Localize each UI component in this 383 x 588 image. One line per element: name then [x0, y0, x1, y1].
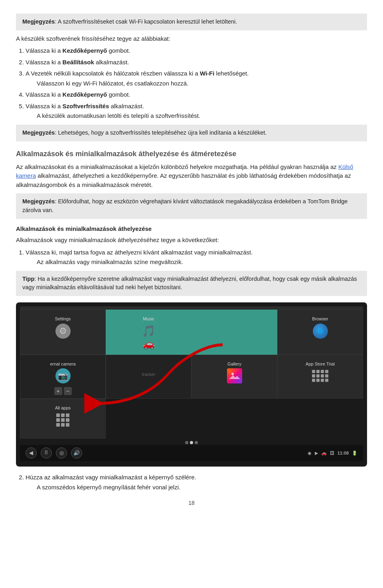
camera-btn[interactable]: ◎ — [56, 447, 67, 459]
camera-icon: 📷 — [54, 367, 72, 385]
car-nav-icon: 🚗 — [321, 450, 327, 457]
allapps-label: All apps — [55, 405, 71, 411]
tip-box: Tipp: Ha a kezdőképernyőre szeretne alka… — [16, 271, 367, 296]
music-label: Music — [143, 316, 154, 322]
move-step1-sub: Az alkalmazás vagy minialkalmazás színe … — [37, 258, 367, 267]
app-grid: Settings ⚙ Music 🎵 🚗 Browser — [20, 310, 363, 439]
note-reboot: Megjegyzés: Lehetséges, hogy a szoftverf… — [16, 125, 367, 141]
volume-btn[interactable]: 🔊 — [71, 447, 82, 459]
img-icon: 🖼 — [330, 450, 334, 457]
note-bold-3: Megjegyzés — [22, 198, 55, 205]
nav-icon: ▶ — [315, 450, 318, 457]
move-steps-list: Válassza ki, majd tartsa fogva az áthely… — [16, 248, 367, 267]
section2-title: Alkalmazások és minialkalmazások áthelye… — [16, 224, 367, 234]
note-locked: Megjegyzés: Előfordulhat, hogy az eszköz… — [16, 193, 367, 219]
svg-point-1 — [231, 373, 234, 375]
app-cell-camera[interactable]: ernal camera 📷 + − — [20, 355, 106, 399]
app-cell-music[interactable]: Music 🎵 🚗 — [106, 310, 192, 355]
time-display: 11:08 — [338, 450, 349, 457]
plus-minus-controls: + − — [54, 387, 72, 395]
tip-text: : Ha a kezdőképernyőre szeretne alkalmaz… — [22, 276, 357, 291]
step-1: Válassza ki a Kezdőképernyő gombot. — [26, 46, 367, 56]
step-3-sub: Válasszon ki egy Wi-Fi hálózatot, és csa… — [37, 79, 367, 88]
allapps-icon — [54, 411, 72, 429]
browser-icon: 🌐 — [312, 322, 329, 340]
back-btn[interactable]: ◀ — [26, 447, 37, 459]
car-icon: 🚗 — [143, 337, 155, 351]
section2-intro: Alkalmazások vagy minialkalmazások áthel… — [16, 236, 367, 245]
intro-text: A készülék szoftverének frissítéséhez te… — [16, 34, 367, 44]
controls-right: ◉ ▶ 🚗 🖼 11:08 🔋 — [308, 450, 357, 457]
device-controls: ◀ ⠿ ◎ 🔊 ◉ ▶ 🚗 🖼 11:08 🔋 — [20, 445, 363, 461]
note-text-2: : Lehetséges, hogy a szoftverfrissítés t… — [55, 129, 267, 136]
move-step-1: Válassza ki, majd tartsa fogva az áthely… — [26, 248, 367, 267]
move-steps-list-2: Húzza az alkalmazást vagy minialkalmazás… — [16, 473, 367, 492]
svg-rect-0 — [229, 370, 240, 381]
app-cell-gallery[interactable]: Gallery — [192, 355, 277, 399]
section1-title: Alkalmazások és minialkalmazások áthelye… — [16, 149, 367, 159]
settings-label: Settings — [55, 316, 71, 322]
device-topbar — [20, 306, 363, 310]
step-3: A Vezeték nélküli kapcsolatok és hálózat… — [26, 69, 367, 88]
app-cell-browser[interactable]: Browser 🌐 — [277, 310, 363, 355]
move-step1-main: Válassza ki, majd tartsa fogva az áthely… — [26, 249, 253, 256]
page-dots — [20, 441, 363, 444]
home-btn[interactable]: ⠿ — [41, 447, 52, 459]
plus-btn[interactable]: + — [54, 387, 62, 395]
gallery-icon — [226, 367, 243, 385]
note-bold-2: Megjegyzés — [22, 129, 55, 136]
note-bold-1: Megjegyzés — [22, 18, 55, 25]
step-4: Válassza ki a Kezdőképernyő gombot. — [26, 90, 367, 99]
step-5: Válassza ki a Szoftverfrissítés alkalmaz… — [26, 102, 367, 121]
step-2: Válassza ki a Beállítások alkalmazást. — [26, 58, 367, 67]
camera-sub-label: ernal camera — [50, 361, 75, 368]
appstore-icon — [312, 367, 329, 385]
controls-left: ◀ ⠿ ◎ 🔊 — [26, 447, 82, 459]
page-number: 18 — [16, 499, 367, 507]
page-dot-1 — [185, 441, 188, 444]
settings-icon: ⚙ — [54, 322, 72, 340]
app-cell-appstore[interactable]: App Store Trial — [277, 355, 363, 399]
grid-container: Settings ⚙ Music 🎵 🚗 Browser — [20, 310, 363, 439]
note-text-1: : A szoftverfrissítéseket csak Wi-Fi kap… — [55, 18, 237, 25]
note-wifi: Megjegyzés: A szoftverfrissítéseket csak… — [16, 14, 367, 30]
app-cell-allapps[interactable]: All apps — [20, 399, 106, 439]
app-cell-settings[interactable]: Settings ⚙ — [20, 310, 106, 355]
minus-btn[interactable]: − — [64, 387, 72, 395]
gps-icon: ◉ — [308, 450, 312, 457]
battery-icon: 🔋 — [352, 450, 357, 457]
page-dot-2 — [190, 441, 193, 444]
app-cell-empty1 — [192, 310, 277, 355]
tip-bold: Tipp — [22, 276, 34, 282]
external-camera-link[interactable]: Külső kamera — [16, 163, 353, 179]
section1-para: Az alkalmazásokat és a minialkalmazásoka… — [16, 163, 367, 190]
appstore-label: App Store Trial — [306, 361, 335, 368]
note-text-3: : Előfordulhat, hogy az eszközön végreha… — [22, 198, 347, 213]
app-cell-empty2: tracker — [106, 355, 192, 399]
gallery-label: Gallery — [227, 361, 241, 368]
tracker-label: tracker — [142, 371, 156, 378]
steps-list: Válassza ki a Kezdőképernyő gombot. Vála… — [16, 46, 367, 121]
device-screenshot: Settings ⚙ Music 🎵 🚗 Browser — [16, 302, 367, 467]
move-step2-sub: A szomszédos képernyő megnyílását fehér … — [37, 483, 367, 492]
browser-label: Browser — [312, 316, 328, 322]
move-step2-main: Húzza az alkalmazást vagy minialkalmazás… — [26, 474, 196, 481]
page-dot-3 — [195, 441, 198, 444]
step-5-sub: A készülék automatikusan letölti és tele… — [37, 111, 367, 121]
move-step-2: Húzza az alkalmazást vagy minialkalmazás… — [26, 473, 367, 492]
